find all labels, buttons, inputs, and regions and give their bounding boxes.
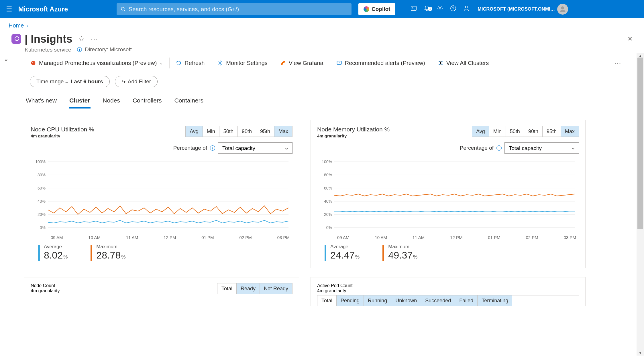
seg-total[interactable]: Total <box>217 283 236 294</box>
svg-rect-2 <box>411 6 416 11</box>
page-title: | Insights <box>25 33 72 45</box>
card-title: Node Count <box>31 283 60 288</box>
seg-ready[interactable]: Ready <box>236 283 260 294</box>
seg-total[interactable]: Total <box>317 295 336 306</box>
card-granularity: 4m granularity <box>31 288 60 293</box>
main-pane: Managed Prometheus visualizations (Previ… <box>13 53 644 356</box>
tab-containers[interactable]: Containers <box>174 95 204 109</box>
tab-whats-new[interactable]: What's new <box>25 95 57 109</box>
add-filter-pill[interactable]: ⁺▾ Add Filter <box>115 76 158 87</box>
help-icon[interactable] <box>447 5 460 13</box>
agg-min[interactable]: Min <box>489 126 506 137</box>
add-filter-icon: ⁺▾ <box>121 79 125 84</box>
scroll-down-icon[interactable]: ▾ <box>637 351 644 355</box>
view-all-clusters-button[interactable]: View All Clusters <box>431 57 495 69</box>
svg-text:100%: 100% <box>35 159 46 164</box>
agg-90th[interactable]: 90th <box>237 126 256 137</box>
copilot-button[interactable]: Copilot <box>358 3 395 15</box>
recommended-alerts-button[interactable]: Recommended alerts (Preview) <box>330 57 431 69</box>
seg-not-ready[interactable]: Not Ready <box>260 283 292 294</box>
scroll-thumb[interactable] <box>637 58 643 229</box>
svg-line-1 <box>124 10 125 11</box>
refresh-icon <box>176 60 182 66</box>
tab-controllers[interactable]: Controllers <box>132 95 162 109</box>
legend-average: Average8.02% <box>38 244 68 261</box>
seg-running[interactable]: Running <box>364 295 391 306</box>
chevron-right-icon: › <box>26 22 28 29</box>
memory-chart[interactable]: 0%20%40%60%80%100% <box>317 159 579 233</box>
svg-point-8 <box>220 62 221 64</box>
feedback-icon[interactable] <box>460 5 473 13</box>
favorite-icon[interactable]: ☆ <box>78 35 85 44</box>
clusters-icon <box>438 60 443 66</box>
close-icon[interactable]: ✕ <box>627 35 633 43</box>
expand-sidebar-icon[interactable]: » <box>0 53 13 356</box>
hamburger-icon[interactable]: ☰ <box>0 5 18 13</box>
separator <box>401 5 401 13</box>
notifications-icon[interactable]: 1 <box>420 5 433 13</box>
agg-avg[interactable]: Avg <box>472 126 489 137</box>
info-icon[interactable]: i <box>210 145 215 151</box>
toolbar-overflow-icon[interactable]: ⋯ <box>614 59 633 67</box>
scrollbar[interactable]: ▴ ▾ <box>637 53 644 356</box>
agg-avg[interactable]: Avg <box>186 126 203 137</box>
agg-50th[interactable]: 50th <box>219 126 237 137</box>
svg-point-3 <box>439 7 441 9</box>
node-status-selector: Total Ready Not Ready <box>217 283 292 294</box>
svg-point-5 <box>466 6 468 8</box>
seg-pending[interactable]: Pending <box>336 295 364 306</box>
view-grafana-button[interactable]: View Grafana <box>274 57 330 69</box>
global-search[interactable] <box>117 3 352 15</box>
svg-text:40%: 40% <box>38 199 46 204</box>
refresh-button[interactable]: Refresh <box>170 57 211 69</box>
card-node-memory: Node Memory Utilization % 4m granularity… <box>311 120 586 268</box>
agg-95th[interactable]: 95th <box>256 126 274 137</box>
insights-icon <box>8 33 25 45</box>
svg-text:40%: 40% <box>324 199 332 204</box>
tab-nodes[interactable]: Nodes <box>102 95 121 109</box>
cloud-shell-icon[interactable] <box>407 5 420 13</box>
x-axis-ticks: 09 AM10 AM11 AM12 PM01 PM02 PM03 PM <box>51 235 290 240</box>
time-range-pill[interactable]: Time range = Last 6 hours <box>30 76 110 87</box>
search-input[interactable] <box>129 6 347 13</box>
info-icon[interactable]: i <box>496 145 502 151</box>
percentage-of-select[interactable]: Total capacity <box>504 142 579 154</box>
cpu-chart[interactable]: 0%20%40%60%80%100% <box>31 159 292 233</box>
seg-unknown[interactable]: Unknown <box>391 295 421 306</box>
agg-50th[interactable]: 50th <box>506 126 524 137</box>
tab-cluster[interactable]: Cluster <box>69 95 91 109</box>
prometheus-visualizations-button[interactable]: Managed Prometheus visualizations (Previ… <box>24 57 169 69</box>
scroll-up-icon[interactable]: ▴ <box>637 54 644 58</box>
percentage-of-select[interactable]: Total capacity <box>218 142 292 154</box>
legend-maximum: Maximum49.37% <box>382 244 417 261</box>
seg-failed[interactable]: Failed <box>455 295 477 306</box>
agg-min[interactable]: Min <box>203 126 219 137</box>
aggregation-selector: Avg Min 50th 90th 95th Max <box>185 126 292 137</box>
azure-topbar: ☰ Microsoft Azure Copilot 1 MICROSOFT (M… <box>0 0 644 18</box>
alert-icon <box>336 60 342 66</box>
breadcrumb-home[interactable]: Home <box>9 22 24 29</box>
svg-text:80%: 80% <box>324 173 332 177</box>
breadcrumb: Home › <box>0 18 644 29</box>
percentage-of-label: Percentage of <box>173 145 207 151</box>
svg-point-0 <box>121 7 124 10</box>
seg-terminating[interactable]: Terminating <box>477 295 512 306</box>
settings-icon[interactable] <box>433 5 447 13</box>
agg-95th[interactable]: 95th <box>542 126 561 137</box>
copilot-label: Copilot <box>372 6 390 12</box>
svg-text:60%: 60% <box>38 186 46 190</box>
account-label[interactable]: MICROSOFT (MICROSOFT.ONMI… <box>478 7 555 12</box>
seg-succeeded[interactable]: Succeeded <box>421 295 455 306</box>
legend-maximum: Maximum28.78% <box>91 244 125 261</box>
more-icon[interactable]: ⋯ <box>91 35 98 44</box>
x-axis-ticks: 09 AM10 AM11 AM12 PM01 PM02 PM03 PM <box>337 235 576 240</box>
agg-90th[interactable]: 90th <box>524 126 542 137</box>
info-icon: ⓘ <box>77 47 82 52</box>
card-title: Node Memory Utilization % <box>317 126 390 133</box>
agg-max[interactable]: Max <box>274 126 292 137</box>
agg-max[interactable]: Max <box>561 126 579 137</box>
monitor-settings-button[interactable]: Monitor Settings <box>211 57 274 69</box>
card-granularity: 4m granularity <box>317 288 353 293</box>
gear-icon <box>217 60 223 66</box>
avatar[interactable] <box>557 4 568 15</box>
